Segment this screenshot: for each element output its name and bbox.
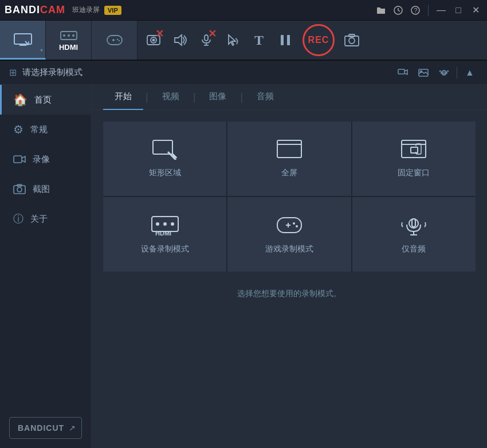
svg-point-8 [72,34,74,37]
app-sub-title: 班迪录屏 [72,5,100,15]
mode-select-bar: ⊞ 请选择录制模式 ▲ [0,61,487,85]
svg-point-7 [68,34,70,37]
tab-divider-1: | [146,91,148,103]
sidebar-item-general[interactable]: ⚙ 常规 [0,115,91,144]
svg-rect-52 [412,219,415,227]
tab-video[interactable]: 视频 [151,85,191,110]
text-button[interactable]: T [246,24,272,56]
svg-rect-25 [349,34,355,37]
title-bar: BANDICAM 班迪录屏 VIP ? — □ ✕ [0,0,487,21]
toolbar-controls: ✕ ✕ T [138,21,487,60]
bandicut-arrow-icon: ↗ [69,423,76,433]
rec-button[interactable]: REC [303,24,335,56]
game-icon [275,214,304,236]
card-audio[interactable]: 仅音频 [352,197,476,272]
main-content: 🏠 首页 ⚙ 常规 录像 [0,85,487,448]
card-rect[interactable]: 矩形区域 [103,121,226,196]
bandicut-button[interactable]: BANDICUT ↗ [9,417,82,439]
webcam-button[interactable]: ✕ [141,24,166,56]
mic-close-icon: ✕ [208,27,217,40]
pause-button[interactable] [273,24,298,56]
cursor-button[interactable] [220,24,245,56]
mode-cards-grid: 矩形区域 全屏 [103,121,476,272]
text-icon: T [254,33,264,48]
mode-select-right: ▲ [395,65,478,81]
card-fullscreen[interactable]: 全屏 [227,121,351,196]
collapse-button[interactable]: ▲ [462,65,478,81]
info-icon: ⓘ [13,212,23,226]
help-button[interactable]: ? [409,3,422,17]
sidebar-video-label: 录像 [33,154,50,165]
tab-image[interactable]: 图像 [198,85,238,110]
bandicut-label: BANDICUT [18,423,64,433]
svg-point-42 [156,222,159,226]
sidebar-item-about[interactable]: ⓘ 关于 [0,204,91,234]
vip-badge: VIP [104,6,121,15]
card-game-label: 游戏录制模式 [265,244,313,254]
tabs: 开始 | 视频 | 图像 | 音频 [92,85,487,110]
speaker-button[interactable] [167,24,193,56]
history-button[interactable] [391,3,405,17]
svg-text:HDMI: HDMI [155,230,171,236]
fullscreen-icon [276,139,303,160]
audio-view-button[interactable] [436,65,452,81]
svg-point-33 [17,187,22,192]
rect-icon [152,139,178,160]
sidebar-screenshot-label: 截图 [33,184,50,195]
app-logo: BANDICAM [5,4,65,16]
tab-audio[interactable]: 音频 [245,85,285,110]
title-bar-left: BANDICAM 班迪录屏 VIP [5,4,121,16]
svg-rect-40 [411,147,418,153]
close-button[interactable]: ✕ [469,3,482,17]
sidebar-about-label: 关于 [30,214,48,225]
sidebar: 🏠 首页 ⚙ 常规 录像 [0,85,92,448]
svg-point-12 [116,39,117,40]
svg-rect-22 [287,35,290,45]
card-window[interactable]: 固定窗口 [352,121,476,196]
mic-button[interactable]: ✕ [194,24,219,56]
sidebar-general-label: 常规 [30,124,48,135]
svg-rect-38 [402,140,426,158]
folder-button[interactable] [374,3,388,17]
video-view-button[interactable] [395,65,411,81]
svg-point-24 [349,38,355,44]
svg-rect-32 [14,186,25,194]
screenshot-icon [13,184,26,194]
rec-label: REC [308,35,329,45]
sidebar-item-video[interactable]: 录像 [0,144,91,174]
maximize-button[interactable]: □ [451,3,465,17]
tab-start[interactable]: 开始 [103,85,143,110]
screenshot-button[interactable] [339,24,364,56]
image-view-button[interactable] [415,65,431,81]
minimize-button[interactable]: — [434,3,448,17]
sidebar-item-home[interactable]: 🏠 首页 [0,85,91,115]
card-hdmi-label: 设备录制模式 [141,244,189,254]
mode-screen-button[interactable]: ▾ [0,21,46,60]
card-fullscreen-label: 全屏 [281,168,297,178]
sidebar-item-screenshot[interactable]: 截图 [0,174,91,204]
gear-icon: ⚙ [13,123,23,136]
mode-hdmi-button[interactable]: HDMI [46,21,92,60]
mode-buttons: ▾ HDMI [0,21,138,60]
home-icon: 🏠 [13,93,28,107]
sidebar-home-label: 首页 [34,95,52,105]
svg-point-43 [163,222,167,226]
svg-point-49 [293,222,295,225]
mode-game-button[interactable] [92,21,138,60]
title-bar-right: ? — □ ✕ [374,3,482,17]
title-divider [428,5,429,16]
hint-text: 选择您想要使用的录制模式。 [92,289,487,299]
content-area: 开始 | 视频 | 图像 | 音频 [92,85,487,448]
mode-select-left: ⊞ 请选择录制模式 [9,67,83,78]
svg-rect-21 [281,35,284,45]
grid-icon: ⊞ [9,67,17,78]
card-game[interactable]: 游戏录制模式 [227,197,351,272]
window-icon [400,139,427,160]
card-rect-label: 矩形区域 [149,168,181,178]
svg-point-16 [152,39,155,42]
svg-point-6 [63,34,65,37]
svg-marker-17 [175,35,182,45]
card-hdmi[interactable]: HDMI 设备录制模式 [103,197,226,272]
svg-text:?: ? [414,7,418,14]
screen-dropdown-arrow: ▾ [40,47,43,53]
